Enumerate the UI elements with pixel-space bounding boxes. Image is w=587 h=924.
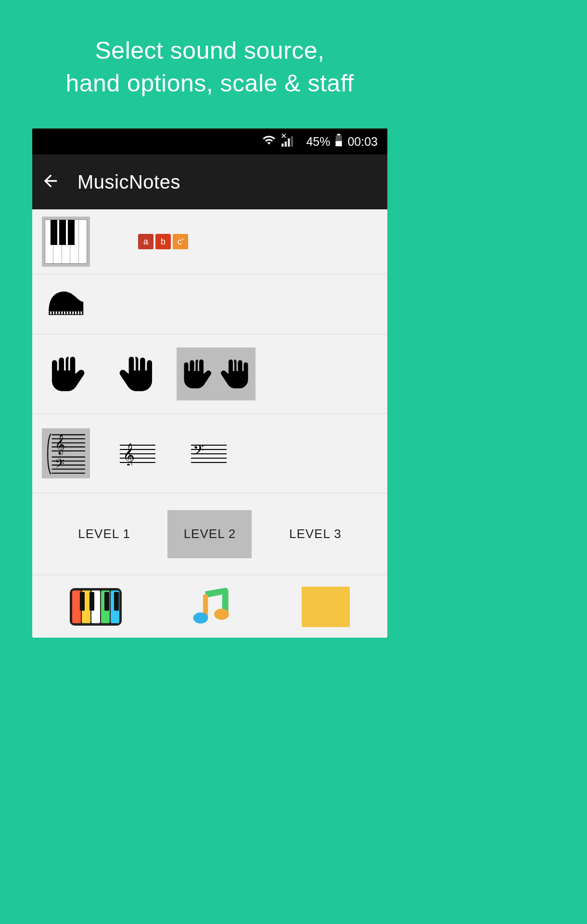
- svg-point-41: [193, 613, 208, 624]
- treble-clef-icon: 𝄞: [118, 441, 156, 465]
- piano-keys-icon: [45, 219, 87, 264]
- battery-percent: 45%: [306, 135, 330, 149]
- svg-rect-1: [336, 141, 342, 146]
- color-keyboard-option[interactable]: [70, 588, 122, 626]
- level-1-button[interactable]: LEVEL 1: [62, 510, 146, 558]
- hands-row: [32, 334, 387, 414]
- svg-rect-9: [64, 311, 65, 314]
- treble-staff-option[interactable]: 𝄞: [113, 428, 161, 478]
- music-note-icon: [192, 587, 231, 627]
- level-2-button[interactable]: LEVEL 2: [167, 510, 252, 558]
- svg-rect-13: [75, 311, 77, 314]
- yellow-card-icon: [302, 587, 350, 627]
- level-3-button[interactable]: LEVEL 3: [273, 510, 357, 558]
- svg-rect-2: [337, 134, 341, 135]
- status-bar: ✕ 45% 00:03: [32, 128, 387, 154]
- svg-rect-14: [78, 311, 79, 314]
- battery-icon: [335, 134, 343, 149]
- status-time: 00:03: [347, 135, 378, 149]
- music-note-option[interactable]: [192, 587, 231, 627]
- svg-text:𝄢: 𝄢: [55, 457, 64, 474]
- sound-source-row: a b c': [32, 209, 387, 274]
- app-title: MusicNotes: [77, 171, 180, 193]
- grand-staff-icon: 𝄞 𝄢: [46, 431, 86, 476]
- instrument-row: [32, 274, 387, 334]
- svg-rect-5: [53, 311, 54, 314]
- bass-clef-icon: 𝄢: [189, 441, 228, 465]
- svg-rect-7: [59, 311, 60, 314]
- promo-line-2: hand options, scale & staff: [0, 67, 420, 100]
- svg-rect-8: [61, 311, 63, 314]
- yellow-card-option[interactable]: [302, 587, 350, 627]
- svg-rect-12: [72, 311, 74, 314]
- settings-screen: a b c': [32, 209, 387, 638]
- both-hands-option[interactable]: [177, 347, 255, 400]
- svg-rect-4: [50, 311, 51, 314]
- note-chip-c[interactable]: c': [173, 234, 188, 249]
- note-chip-a[interactable]: a: [138, 234, 153, 249]
- grand-piano-option[interactable]: [42, 281, 86, 327]
- svg-text:𝄢: 𝄢: [193, 442, 204, 462]
- app-bar: MusicNotes: [32, 154, 387, 209]
- grand-staff-option[interactable]: 𝄞 𝄢: [42, 428, 90, 478]
- svg-text:𝄞: 𝄞: [123, 443, 135, 465]
- phone-frame: ✕ 45% 00:03 MusicNotes: [32, 128, 387, 638]
- keyboard-option[interactable]: [42, 217, 90, 267]
- svg-rect-11: [70, 311, 71, 314]
- bottom-row: [32, 575, 387, 634]
- promo-heading: Select sound source, hand options, scale…: [0, 0, 420, 128]
- right-hand-option[interactable]: [109, 347, 162, 400]
- svg-rect-10: [67, 311, 68, 314]
- staff-row: 𝄞 𝄢 𝄞 𝄢: [32, 414, 387, 493]
- level-row: LEVEL 1 LEVEL 2 LEVEL 3: [32, 493, 387, 575]
- note-chip-b[interactable]: b: [155, 234, 171, 249]
- scale-note-chips[interactable]: a b c': [138, 234, 188, 249]
- promo-line-1: Select sound source,: [0, 35, 420, 67]
- svg-point-42: [214, 609, 229, 620]
- wifi-icon: [262, 133, 276, 150]
- svg-rect-15: [81, 311, 82, 314]
- back-button[interactable]: [41, 171, 60, 192]
- svg-text:𝄞: 𝄞: [55, 434, 65, 455]
- left-hand-option[interactable]: [42, 347, 95, 400]
- svg-rect-6: [56, 311, 57, 314]
- color-piano-icon: [70, 588, 122, 626]
- bass-staff-option[interactable]: 𝄢: [184, 428, 232, 478]
- cell-signal-icon: ✕: [281, 135, 301, 148]
